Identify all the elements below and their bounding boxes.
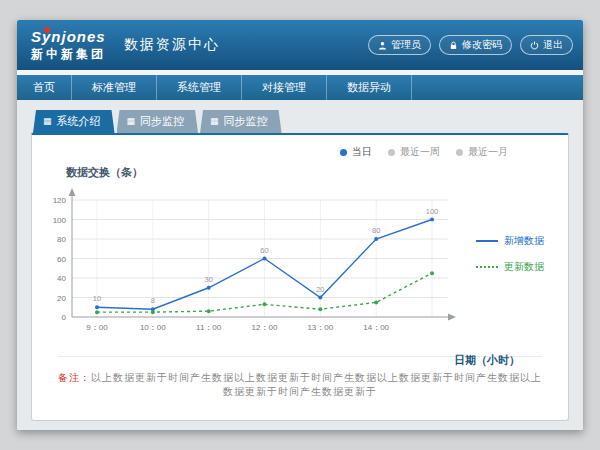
svg-text:14：00: 14：00 [363,323,389,332]
svg-text:8: 8 [151,296,155,305]
content-area: ▦系统介绍▦同步监控▦同步监控 当日最近一周最近一月 数据交换（条） 02040… [17,100,583,430]
svg-text:80: 80 [372,226,380,235]
grid-icon: ▦ [127,117,136,126]
logout-label: 退出 [543,38,563,52]
chart-wrap: 0204060801001209：0010：0011：0012：0013：001… [32,182,568,352]
svg-text:12：00: 12：00 [252,323,278,332]
tab-bar: ▦系统介绍▦同步监控▦同步监控 [31,110,569,133]
tab-item-1[interactable]: ▦同步监控 [117,110,199,133]
filter-label: 最近一月 [468,145,508,159]
radio-dot-icon [340,149,347,156]
svg-text:0: 0 [62,313,67,322]
logout-button[interactable]: 退出 [520,35,573,55]
nav-item[interactable]: 标准管理 [72,75,157,100]
main-nav: 首页标准管理系统管理对接管理数据异动 [17,75,583,100]
power-icon [530,41,539,50]
user-icon [378,41,387,50]
svg-text:13：00: 13：00 [307,323,333,332]
change-password-button[interactable]: 修改密码 [439,35,512,55]
page-title: 数据资源中心 [124,36,220,54]
header-actions: 管理员 修改密码 退出 [368,35,573,55]
legend-label: 更新数据 [504,260,544,274]
tab-label: 系统介绍 [57,114,101,129]
tab-label: 同步监控 [224,114,268,129]
svg-text:11：00: 11：00 [196,323,222,332]
line-chart: 0204060801001209：0010：0011：0012：0013：001… [32,182,476,352]
radio-dot-icon [456,149,463,156]
admin-user-button[interactable]: 管理员 [368,35,431,55]
app-header: Synjones 新中新集团 数据资源中心 管理员 修改密码 [17,20,583,70]
svg-text:100: 100 [53,216,67,225]
legend-item[interactable]: 更新数据 [476,260,568,274]
nav-item[interactable]: 系统管理 [157,75,242,100]
legend-line-sample [476,240,498,242]
filter-label: 最近一周 [400,145,440,159]
legend-item[interactable]: 新增数据 [476,234,568,248]
change-password-label: 修改密码 [462,38,502,52]
tab-item-0[interactable]: ▦系统介绍 [33,110,115,133]
chart-panel: 当日最近一周最近一月 数据交换（条） 0204060801001209：0010… [31,133,569,421]
svg-text:9：00: 9：00 [86,323,108,332]
legend-line-sample [476,266,498,268]
logo-text: Synjones [31,29,106,46]
x-axis-title: 日期（小时） [454,353,520,368]
logo: Synjones 新中新集团 [31,29,106,61]
tab-label: 同步监控 [140,114,184,129]
svg-text:20: 20 [316,285,324,294]
admin-user-label: 管理员 [391,38,421,52]
svg-text:20: 20 [57,294,66,303]
svg-text:10: 10 [93,294,101,303]
footnote-prefix: 备注： [58,372,91,383]
svg-text:80: 80 [57,235,66,244]
filter-option[interactable]: 当日 [340,145,372,159]
svg-text:30: 30 [204,275,212,284]
series-legend: 新增数据更新数据 [476,234,568,352]
svg-text:60: 60 [57,255,66,264]
filter-option[interactable]: 最近一周 [388,145,440,159]
logo-subtitle: 新中新集团 [31,48,106,61]
nav-item[interactable]: 对接管理 [242,75,327,100]
svg-text:100: 100 [426,207,439,216]
svg-text:10：00: 10：00 [140,323,166,332]
filter-label: 当日 [352,145,372,159]
footnote-text: 以上数据更新于时间产生数据以上数据更新于时间产生数据以上数据更新于时间产生数据以… [91,372,542,397]
filter-option[interactable]: 最近一月 [456,145,508,159]
y-axis-title: 数据交换（条） [66,165,568,180]
radio-dot-icon [388,149,395,156]
tab-item-2[interactable]: ▦同步监控 [200,110,282,133]
svg-text:120: 120 [53,196,67,205]
legend-label: 新增数据 [504,234,544,248]
grid-icon: ▦ [210,117,219,126]
app-window: Synjones 新中新集团 数据资源中心 管理员 修改密码 [17,20,583,430]
grid-icon: ▦ [43,117,52,126]
nav-item[interactable]: 首页 [17,75,72,100]
nav-item[interactable]: 数据异动 [327,75,412,100]
lock-icon [449,41,458,50]
svg-text:40: 40 [57,274,66,283]
time-filter-legend: 当日最近一周最近一月 [32,135,568,159]
svg-text:60: 60 [260,246,268,255]
